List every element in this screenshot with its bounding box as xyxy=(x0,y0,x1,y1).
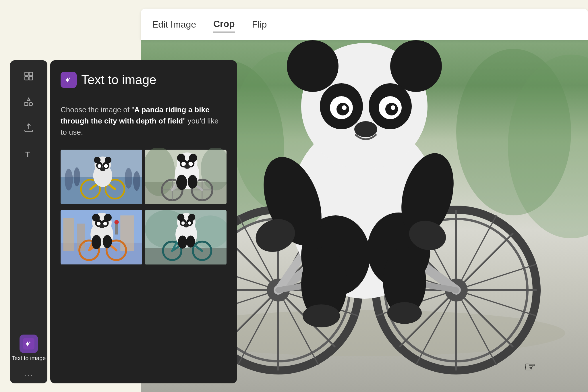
svg-rect-63 xyxy=(29,77,33,80)
sidebar-bottom: ✦ ⁎ Text to image ... xyxy=(12,335,46,378)
svg-point-78 xyxy=(133,171,140,191)
panel-header: ✦ ⁎ Text to image xyxy=(61,72,227,88)
panel-ai-icon: ✦ ⁎ xyxy=(61,72,77,88)
grid-item-4[interactable] xyxy=(145,208,227,266)
svg-point-92 xyxy=(100,167,105,171)
svg-rect-61 xyxy=(29,72,33,76)
text-to-image-sidebar-item[interactable]: ✦ ⁎ Text to image xyxy=(12,335,46,362)
grid-item-3[interactable] xyxy=(61,208,142,266)
svg-text:T: T xyxy=(25,150,30,159)
svg-rect-62 xyxy=(25,77,28,80)
left-sidebar: T ✦ ⁎ Text to image ... xyxy=(10,60,47,383)
panel-description: Choose the image of "A panda riding a bi… xyxy=(61,104,227,138)
svg-point-157 xyxy=(181,221,185,225)
text-to-image-icon: ✦ ⁎ xyxy=(20,335,38,353)
svg-point-139 xyxy=(99,225,105,228)
svg-point-159 xyxy=(184,224,189,227)
grid-item-1[interactable] xyxy=(61,148,142,206)
svg-point-75 xyxy=(65,169,73,191)
main-panel: ✦ ⁎ Text to image Choose the image of "A… xyxy=(50,60,237,383)
svg-point-137 xyxy=(97,222,100,225)
svg-point-130 xyxy=(92,235,101,249)
image-grid xyxy=(61,148,227,266)
svg-rect-121 xyxy=(120,215,134,251)
svg-point-108 xyxy=(188,175,198,188)
flip-tab[interactable]: Flip xyxy=(252,17,267,32)
text-to-image-sidebar-label: Text to image xyxy=(12,355,46,362)
svg-point-50 xyxy=(391,105,395,110)
panel-title: Text to image xyxy=(81,73,156,87)
svg-rect-119 xyxy=(63,218,74,251)
svg-text:⁎: ⁎ xyxy=(29,339,31,344)
svg-point-138 xyxy=(103,222,107,225)
more-options-icon[interactable]: ... xyxy=(24,368,33,378)
svg-point-90 xyxy=(98,164,101,168)
svg-point-150 xyxy=(178,235,187,248)
svg-point-77 xyxy=(125,168,132,189)
upload-icon[interactable] xyxy=(22,121,36,135)
svg-rect-143 xyxy=(145,248,227,264)
svg-rect-65 xyxy=(25,103,28,106)
elements-icon[interactable] xyxy=(22,95,36,109)
panel-divider xyxy=(61,96,227,96)
svg-point-123 xyxy=(114,220,119,224)
svg-point-116 xyxy=(184,164,190,169)
svg-point-131 xyxy=(103,235,112,248)
svg-point-76 xyxy=(74,167,80,186)
layout-icon[interactable] xyxy=(22,69,36,83)
svg-point-64 xyxy=(29,103,33,106)
svg-point-41 xyxy=(287,40,339,92)
text-icon[interactable]: T xyxy=(22,146,36,161)
crop-tab[interactable]: Crop xyxy=(213,16,235,32)
grid-item-2[interactable] xyxy=(145,148,227,206)
svg-point-51 xyxy=(354,121,377,137)
svg-point-151 xyxy=(186,235,195,248)
svg-point-58 xyxy=(303,304,340,327)
svg-point-42 xyxy=(390,40,442,92)
edit-toolbar: Edit Image Crop Flip xyxy=(141,9,588,40)
svg-rect-60 xyxy=(25,72,28,76)
svg-point-91 xyxy=(104,164,108,168)
svg-point-59 xyxy=(387,302,422,324)
svg-point-158 xyxy=(188,221,191,225)
svg-point-107 xyxy=(176,175,187,190)
svg-text:⁎: ⁎ xyxy=(69,76,71,80)
svg-point-49 xyxy=(342,105,347,110)
edit-image-tab[interactable]: Edit Image xyxy=(152,17,196,32)
